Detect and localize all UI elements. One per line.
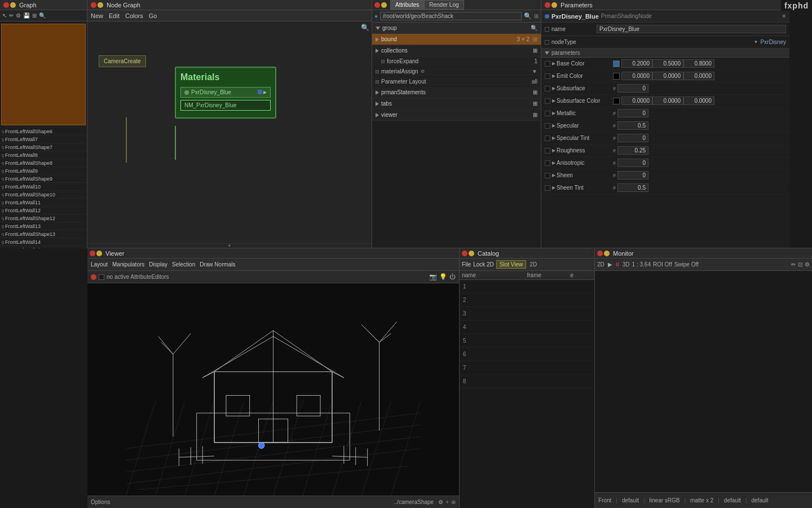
- subsurface-color-r[interactable]: 0.0000: [621, 97, 652, 105]
- tabs-expand-icon[interactable]: [376, 102, 379, 106]
- close-btn-monitor[interactable]: [597, 251, 603, 256]
- menu-edit[interactable]: Edit: [109, 12, 120, 19]
- sidebar-item-15[interactable]: qFrontLeftWallShape14: [0, 246, 87, 248]
- catalog-row-8[interactable]: 8: [460, 375, 594, 388]
- menu-go[interactable]: Go: [149, 12, 157, 19]
- sidebar-item-5[interactable]: gFrontLeftWall9: [0, 167, 87, 175]
- nodetype-dropdown-icon[interactable]: ▼: [754, 40, 758, 45]
- emit-color-swatch[interactable]: [613, 73, 620, 80]
- path-value[interactable]: /root/world/geo/BeachShack: [380, 12, 522, 20]
- catalog-row-2[interactable]: 2: [460, 294, 594, 307]
- viewer-action[interactable]: ⊞: [533, 112, 537, 118]
- close-btn-nodegraph[interactable]: [91, 2, 96, 8]
- subsurface-color-g[interactable]: 0.0000: [652, 97, 683, 105]
- sheen-value[interactable]: 0: [617, 171, 648, 179]
- sheentint-check[interactable]: [545, 185, 550, 191]
- crop-icon[interactable]: ⊡: [798, 261, 802, 268]
- materials-node-item-0[interactable]: PxrDisney_Blue ▶: [180, 87, 271, 98]
- min-btn-params[interactable]: [551, 2, 557, 8]
- node-graph-canvas[interactable]: 🔍 CameraCreate Materials PxrDis: [87, 21, 372, 243]
- bound-expand-icon[interactable]: [376, 37, 379, 42]
- sheen-expand[interactable]: ▶: [552, 173, 555, 178]
- close-btn-attrs[interactable]: [374, 2, 380, 8]
- close-btn-viewer[interactable]: [90, 251, 95, 256]
- sidebar-item-0[interactable]: qFrontLeftWallShape6: [0, 128, 87, 135]
- sidebar-item-6[interactable]: qFrontLeftWallShape9: [0, 175, 87, 183]
- subsurface-color-b[interactable]: 0.0000: [683, 97, 714, 105]
- close-btn-graph[interactable]: [3, 2, 9, 8]
- catalog-file-btn[interactable]: File: [462, 261, 471, 268]
- catalog-row-7[interactable]: 7: [460, 361, 594, 375]
- sheen-check[interactable]: [545, 173, 550, 178]
- base-color-expand[interactable]: ▶: [552, 61, 555, 66]
- base-color-b[interactable]: 0.8000: [683, 59, 714, 68]
- sheentint-expand[interactable]: ▶: [552, 185, 555, 190]
- min-btn-nodegraph[interactable]: [98, 2, 103, 8]
- metallic-value[interactable]: 0: [617, 109, 648, 117]
- catalog-row-3[interactable]: 3: [460, 307, 594, 321]
- sheentint-value[interactable]: 0.5: [617, 183, 648, 192]
- viewer-layout-btn[interactable]: Layout: [91, 261, 108, 268]
- sidebar-item-3[interactable]: gFrontLeftWall8: [0, 151, 87, 159]
- sidebar-item-4[interactable]: qFrontLeftWallShape8: [0, 159, 87, 167]
- pause-icon[interactable]: ⏸: [615, 261, 620, 268]
- monitor-area[interactable]: [595, 271, 812, 492]
- nodetype-check[interactable]: [545, 40, 549, 45]
- menu-colors[interactable]: Colors: [125, 12, 143, 19]
- base-color-check[interactable]: [545, 61, 550, 67]
- roi-btn[interactable]: ROI Off: [653, 261, 672, 268]
- sidebar-item-11[interactable]: qFrontLeftWallShape12: [0, 214, 87, 222]
- materialassign-check[interactable]: [376, 70, 379, 73]
- specular-check[interactable]: [545, 123, 550, 129]
- viewer-3d-area[interactable]: [87, 283, 459, 496]
- sidebar-item-2[interactable]: qFrontLeftWallShape7: [0, 143, 87, 151]
- sidebar-item-7[interactable]: gFrontLeftWall10: [0, 183, 87, 191]
- materials-node-item-1[interactable]: NM_PxrDisney_Blue: [180, 100, 271, 111]
- emit-color-b[interactable]: 0.0000: [683, 72, 714, 80]
- viewer-drawnormals-btn[interactable]: Draw Normals: [200, 261, 235, 268]
- min-btn-viewer[interactable]: [96, 251, 102, 256]
- sidebar-item-9[interactable]: gFrontLeftWall11: [0, 199, 87, 207]
- status-checkbox[interactable]: [99, 274, 104, 280]
- monitor-settings-icon[interactable]: ⚙: [805, 261, 810, 268]
- specular-value[interactable]: 0.5: [617, 121, 648, 130]
- collections-expand-icon[interactable]: [376, 49, 379, 53]
- specular-expand[interactable]: ▶: [552, 123, 555, 128]
- gear-icon[interactable]: ⚙: [16, 12, 21, 19]
- menu-new[interactable]: New: [91, 12, 103, 19]
- emit-color-check[interactable]: [545, 73, 550, 79]
- viewer-light-icon[interactable]: 💡: [439, 273, 447, 281]
- roughness-expand[interactable]: ▶: [552, 148, 555, 153]
- tab-renderlog[interactable]: Render Log: [424, 0, 464, 10]
- speculartint-check[interactable]: [545, 135, 550, 141]
- speculartint-value[interactable]: 0: [617, 134, 648, 142]
- sidebar-item-14[interactable]: gFrontLeftWall14: [0, 238, 87, 246]
- roughness-value[interactable]: 0.25: [617, 146, 648, 155]
- min-btn-graph[interactable]: [10, 2, 16, 8]
- collections-action[interactable]: ⊞: [533, 47, 537, 54]
- frame-counter[interactable]: 1 : 3.64: [632, 261, 651, 268]
- catalog-row-6[interactable]: 6: [460, 348, 594, 361]
- subsurface-color-check[interactable]: [545, 98, 550, 104]
- metallic-expand[interactable]: ▶: [552, 111, 555, 116]
- params-section-expand[interactable]: [545, 51, 549, 55]
- monitor-2d-label[interactable]: 2D: [597, 261, 604, 268]
- search-icon-attrs[interactable]: 🔍: [524, 12, 532, 20]
- sidebar-item-1[interactable]: gFrontLeftWall7: [0, 135, 87, 143]
- pointer-icon[interactable]: ↖: [2, 12, 7, 19]
- canvas-zoom-icon[interactable]: 🔍: [361, 24, 369, 32]
- min-btn-monitor[interactable]: [604, 251, 610, 256]
- params-header-close[interactable]: ✕: [782, 13, 786, 19]
- catalog-lock2d-btn[interactable]: Lock 2D: [473, 261, 494, 268]
- sidebar-item-12[interactable]: gFrontLeftWall13: [0, 222, 87, 230]
- group-expand-btn[interactable]: 🔍: [531, 25, 537, 31]
- viewer-manipulators-btn[interactable]: Manipulators: [112, 261, 144, 268]
- footer-icon3[interactable]: ⊕: [451, 499, 456, 505]
- expand-icon-attrs[interactable]: ⊞: [534, 13, 539, 19]
- min-btn-catalog[interactable]: [469, 251, 474, 256]
- materialassign-item[interactable]: materialAssign ⚙ ▼: [372, 67, 541, 77]
- emit-color-expand[interactable]: ▶: [552, 73, 555, 78]
- materialassign-dropdown[interactable]: ▼: [532, 68, 537, 75]
- floppy-icon[interactable]: 💾: [23, 12, 30, 19]
- speculartint-expand[interactable]: ▶: [552, 135, 555, 141]
